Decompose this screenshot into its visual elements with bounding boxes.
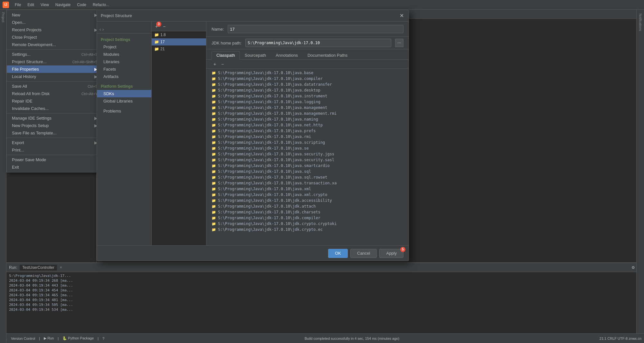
- cp-folder-icon: 📁: [212, 112, 216, 116]
- cp-folder-icon: 📁: [212, 88, 216, 93]
- dialog-close-button[interactable]: ✕: [398, 13, 405, 19]
- cp-path: S:\Programming\Java\jdk-17.0.10\java.dat…: [218, 82, 332, 87]
- classpath-item: 📁S:\Programming\Java\jdk-17.0.10\java.ne…: [206, 122, 409, 128]
- classpath-item: 📁S:\Programming\Java\jdk-17.0.10\jdk.com…: [206, 215, 409, 221]
- jdk-path-browse-button[interactable]: ⋯: [395, 39, 403, 47]
- nav-back-button[interactable]: ‹: [99, 27, 101, 32]
- sdk-toolbar: + 3 −: [152, 22, 206, 31]
- cp-path: S:\Programming\Java\jdk-17.0.10\java.bas…: [218, 71, 313, 75]
- classpath-list: 📁S:\Programming\Java\jdk-17.0.10\java.ba…: [206, 69, 409, 245]
- classpath-item: 📁S:\Programming\Java\jdk-17.0.10\jdk.acc…: [206, 198, 409, 203]
- classpath-item: 📁S:\Programming\Java\jdk-17.0.10\java.sm…: [206, 163, 409, 169]
- nav-platform-settings-title: Platform Settings: [97, 83, 151, 90]
- name-input[interactable]: [228, 25, 403, 33]
- cp-path: S:\Programming\Java\jdk-17.0.10\jdk.atta…: [218, 204, 316, 209]
- dialog-footer: OK Cancel Apply 5: [97, 245, 409, 261]
- sdk-item-17[interactable]: 📁 17: [152, 38, 206, 45]
- cp-path: S:\Programming\Java\jdk-17.0.10\jdk.char…: [218, 210, 320, 214]
- cp-path: S:\Programming\Java\jdk-17.0.10\java.rmi: [218, 134, 311, 139]
- cp-path: S:\Programming\Java\jdk-17.0.10\java.sql…: [218, 175, 327, 180]
- classpath-item: 📁S:\Programming\Java\jdk-17.0.10\java.sc…: [206, 140, 409, 145]
- cp-path: S:\Programming\Java\jdk-17.0.10\java.scr…: [218, 140, 325, 145]
- nav-item-modules[interactable]: Modules: [97, 51, 151, 58]
- nav-item-global-libraries[interactable]: Global Libraries: [97, 97, 151, 105]
- remove-classpath-button[interactable]: −: [219, 61, 226, 67]
- sdk-item-1-8[interactable]: 📁 1.8: [152, 31, 206, 38]
- classpath-item: 📁S:\Programming\Java\jdk-17.0.10\java.na…: [206, 116, 409, 122]
- cp-folder-icon: 📁: [212, 77, 216, 81]
- add-classpath-button[interactable]: +: [212, 61, 218, 67]
- tab-classpath[interactable]: Classpath: [212, 51, 240, 60]
- classpath-item: 📁S:\Programming\Java\jdk-17.0.10\java.rm…: [206, 134, 409, 140]
- cp-folder-icon: 📁: [212, 210, 216, 214]
- cp-path: S:\Programming\Java\jdk-17.0.10\java.net…: [218, 123, 323, 127]
- classpath-item: 📁S:\Programming\Java\jdk-17.0.10\java.in…: [206, 93, 409, 99]
- sdk-item-21[interactable]: 📁 21: [152, 45, 206, 53]
- classpath-item: 📁S:\Programming\Java\jdk-17.0.10\java.pr…: [206, 128, 409, 134]
- tab-sourcepath[interactable]: Sourcepath: [240, 51, 271, 59]
- remove-sdk-button[interactable]: −: [161, 23, 168, 30]
- cp-folder-icon: 📁: [212, 123, 216, 127]
- cp-folder-icon: 📁: [212, 187, 216, 191]
- cp-path: S:\Programming\Java\jdk-17.0.10\java.tra…: [218, 181, 336, 185]
- cp-folder-icon: 📁: [212, 135, 216, 139]
- cp-folder-icon: 📁: [212, 204, 216, 209]
- cp-path: S:\Programming\Java\jdk-17.0.10\java.sma…: [218, 163, 330, 168]
- cp-path: S:\Programming\Java\jdk-17.0.10\java.ins…: [218, 94, 327, 98]
- cp-folder-icon: 📁: [212, 175, 216, 180]
- classpath-item: 📁S:\Programming\Java\jdk-17.0.10\java.de…: [206, 87, 409, 93]
- nav-item-facets[interactable]: Facets: [97, 65, 151, 73]
- cp-path: S:\Programming\Java\jdk-17.0.10\java.se: [218, 146, 309, 151]
- apply-button[interactable]: Apply: [379, 249, 403, 258]
- nav-project-settings-title: Project Settings: [97, 36, 151, 43]
- jdk-path-input[interactable]: [245, 39, 391, 47]
- cp-path: S:\Programming\Java\jdk-17.0.10\java.pre…: [218, 129, 316, 133]
- tab-documentation-paths[interactable]: Documentation Paths: [303, 51, 352, 59]
- cp-folder-icon: 📁: [212, 100, 216, 104]
- sdk-folder-icon: 📁: [154, 33, 159, 37]
- classpath-toolbar: + −: [206, 60, 409, 69]
- tab-annotations[interactable]: Annotations: [271, 51, 303, 59]
- cp-path: S:\Programming\Java\jdk-17.0.10\java.xml: [218, 187, 311, 191]
- cancel-button[interactable]: Cancel: [350, 249, 377, 258]
- cp-folder-icon: 📁: [212, 117, 216, 122]
- cp-folder-icon: 📁: [212, 164, 216, 168]
- nav-forward-button[interactable]: ›: [102, 27, 104, 32]
- cp-path: S:\Programming\Java\jdk-17.0.10\java.sec…: [218, 152, 334, 156]
- cp-path: S:\Programming\Java\jdk-17.0.10\jdk.acce…: [218, 198, 332, 203]
- cp-path: S:\Programming\Java\jdk-17.0.10\java.man…: [218, 111, 336, 116]
- sdk-folder-icon3: 📁: [154, 47, 159, 51]
- dialog-overlay: Project Structure ✕ ‹ › Project Settings…: [0, 0, 644, 343]
- classpath-item: 📁S:\Programming\Java\jdk-17.0.10\java.ma…: [206, 105, 409, 111]
- classpath-item: 📁S:\Programming\Java\jdk-17.0.10\java.xm…: [206, 192, 409, 198]
- cp-folder-icon: 📁: [212, 152, 216, 156]
- ok-button[interactable]: OK: [328, 249, 348, 258]
- cp-path: S:\Programming\Java\jdk-17.0.10\jdk.cryp…: [218, 221, 336, 226]
- dialog-title-bar: Project Structure ✕: [97, 10, 409, 22]
- classpath-item: 📁S:\Programming\Java\jdk-17.0.10\java.lo…: [206, 99, 409, 105]
- sdk-list-panel: + 3 − 📁 1.8 📁 17 📁: [152, 22, 206, 245]
- sdk-details-panel: Name: JDK home path: ⋯ Classpath Sourcep…: [206, 22, 409, 245]
- classpath-item: 📁S:\Programming\Java\jdk-17.0.10\java.da…: [206, 82, 409, 87]
- nav-item-sdks[interactable]: SDKs: [97, 90, 151, 97]
- cp-folder-icon: 📁: [212, 141, 216, 145]
- cp-path: S:\Programming\Java\jdk-17.0.10\java.xml…: [218, 192, 327, 197]
- classpath-item: 📁S:\Programming\Java\jdk-17.0.10\java.ma…: [206, 111, 409, 116]
- cp-path: S:\Programming\Java\jdk-17.0.10\java.man…: [218, 105, 327, 110]
- nav-item-libraries[interactable]: Libraries: [97, 58, 151, 65]
- cp-folder-icon: 📁: [212, 83, 216, 87]
- nav-item-project[interactable]: Project: [97, 43, 151, 51]
- cp-path: S:\Programming\Java\jdk-17.0.10\java.nam…: [218, 117, 318, 122]
- dialog-nav: ‹ › Project Settings Project Modules Lib…: [97, 22, 152, 245]
- nav-item-problems[interactable]: Problems: [97, 107, 151, 115]
- sdk-item-label2: 17: [160, 40, 165, 44]
- sdk-item-label3: 21: [160, 47, 165, 51]
- nav-item-artifacts[interactable]: Artifacts: [97, 73, 151, 80]
- cp-folder-icon: 📁: [212, 193, 216, 197]
- cp-path: S:\Programming\Java\jdk-17.0.10\java.sql: [218, 169, 311, 174]
- classpath-item: 📁S:\Programming\Java\jdk-17.0.10\java.se…: [206, 157, 409, 163]
- badge-5: 5: [400, 247, 405, 252]
- jdk-path-label: JDK home path:: [212, 41, 242, 45]
- cp-path: S:\Programming\Java\jdk-17.0.10\java.com…: [218, 76, 323, 81]
- sdk-list: 📁 1.8 📁 17 📁 21: [152, 31, 206, 245]
